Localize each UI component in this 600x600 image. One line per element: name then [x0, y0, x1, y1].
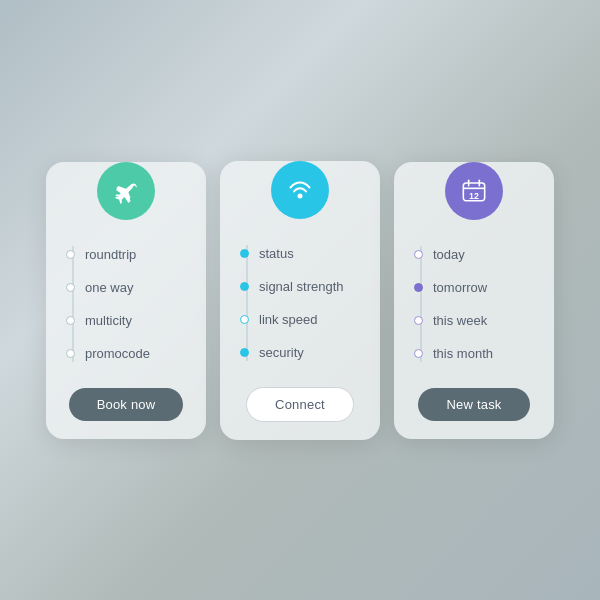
- dot-indicator: [240, 348, 249, 357]
- calendar-icon: 12: [458, 175, 490, 207]
- flight-icon-wrapper: [97, 162, 155, 220]
- wifi-card: status signal strength link speed securi…: [220, 161, 380, 440]
- list-item: tomorrow: [414, 271, 534, 304]
- dot-indicator: [240, 315, 249, 324]
- wifi-icon: [284, 174, 316, 206]
- list-item: roundtrip: [66, 238, 186, 271]
- dot-indicator: [414, 349, 423, 358]
- item-label: link speed: [259, 312, 318, 327]
- dot-indicator: [240, 282, 249, 291]
- dot-indicator: [414, 283, 423, 292]
- wifi-icon-wrapper: [271, 161, 329, 219]
- item-label: one way: [85, 280, 133, 295]
- item-label: status: [259, 246, 294, 261]
- dot-indicator: [66, 349, 75, 358]
- wifi-items: status signal strength link speed securi…: [220, 237, 380, 369]
- calendar-icon-circle: 12: [445, 162, 503, 220]
- flight-icon-circle: [97, 162, 155, 220]
- item-label: tomorrow: [433, 280, 487, 295]
- item-label: promocode: [85, 346, 150, 361]
- book-now-button[interactable]: Book now: [69, 388, 184, 421]
- list-item: one way: [66, 271, 186, 304]
- dot-indicator: [66, 250, 75, 259]
- new-task-button[interactable]: New task: [418, 388, 529, 421]
- flight-items: roundtrip one way multicity promocode: [46, 238, 206, 370]
- list-item: security: [240, 336, 360, 369]
- cards-container: roundtrip one way multicity promocode Bo…: [46, 161, 554, 440]
- list-item: status: [240, 237, 360, 270]
- calendar-card: 12 today tomorrow this week this month: [394, 162, 554, 439]
- calendar-icon-wrapper: 12: [445, 162, 503, 220]
- flight-card: roundtrip one way multicity promocode Bo…: [46, 162, 206, 439]
- item-label: multicity: [85, 313, 132, 328]
- svg-text:12: 12: [469, 191, 479, 201]
- list-item: link speed: [240, 303, 360, 336]
- item-label: security: [259, 345, 304, 360]
- item-label: signal strength: [259, 279, 344, 294]
- item-label: today: [433, 247, 465, 262]
- calendar-items: today tomorrow this week this month: [394, 238, 554, 370]
- connect-button[interactable]: Connect: [246, 387, 354, 422]
- list-item: today: [414, 238, 534, 271]
- dot-indicator: [66, 316, 75, 325]
- list-item: signal strength: [240, 270, 360, 303]
- item-label: this week: [433, 313, 487, 328]
- list-item: this month: [414, 337, 534, 370]
- list-item: this week: [414, 304, 534, 337]
- item-label: roundtrip: [85, 247, 136, 262]
- wifi-icon-circle: [271, 161, 329, 219]
- list-item: multicity: [66, 304, 186, 337]
- dot-indicator: [66, 283, 75, 292]
- list-item: promocode: [66, 337, 186, 370]
- svg-point-1: [298, 193, 303, 198]
- dot-indicator: [414, 250, 423, 259]
- item-label: this month: [433, 346, 493, 361]
- dot-indicator: [240, 249, 249, 258]
- plane-icon-svg: [110, 175, 142, 207]
- dot-indicator: [414, 316, 423, 325]
